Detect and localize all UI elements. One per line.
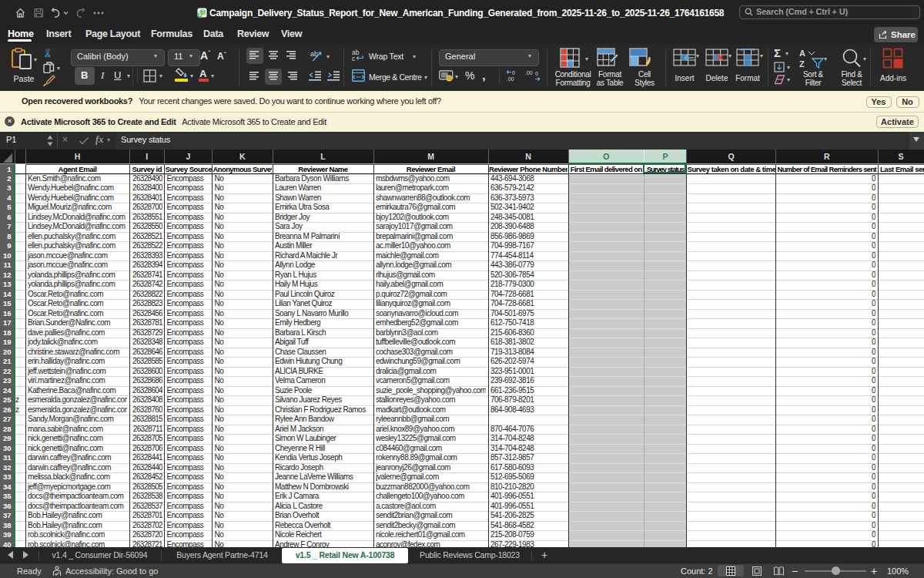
svg-text:0: 0: [535, 71, 538, 76]
svg-text:0: 0: [512, 70, 515, 76]
svg-text:.00: .00: [507, 76, 514, 82]
svg-text:A: A: [799, 49, 805, 58]
svg-text:.00: .00: [525, 70, 533, 76]
svg-text:Z: Z: [799, 59, 805, 69]
